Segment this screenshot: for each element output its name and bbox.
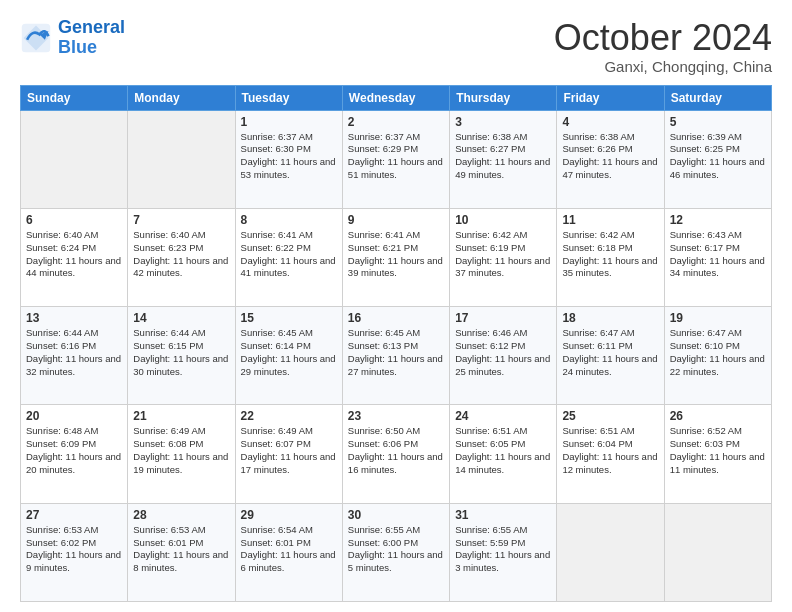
day-number: 26 xyxy=(670,409,766,423)
calendar-cell xyxy=(664,503,771,601)
calendar-cell: 25Sunrise: 6:51 AM Sunset: 6:04 PM Dayli… xyxy=(557,405,664,503)
month-title: October 2024 xyxy=(554,18,772,58)
day-number: 12 xyxy=(670,213,766,227)
cell-info: Sunrise: 6:48 AM Sunset: 6:09 PM Dayligh… xyxy=(26,425,122,476)
calendar-cell xyxy=(557,503,664,601)
cell-info: Sunrise: 6:53 AM Sunset: 6:02 PM Dayligh… xyxy=(26,524,122,575)
calendar-cell: 2Sunrise: 6:37 AM Sunset: 6:29 PM Daylig… xyxy=(342,110,449,208)
calendar-cell: 20Sunrise: 6:48 AM Sunset: 6:09 PM Dayli… xyxy=(21,405,128,503)
page: General Blue October 2024 Ganxi, Chongqi… xyxy=(0,0,792,612)
day-number: 30 xyxy=(348,508,444,522)
cell-info: Sunrise: 6:49 AM Sunset: 6:08 PM Dayligh… xyxy=(133,425,229,476)
day-number: 19 xyxy=(670,311,766,325)
day-number: 28 xyxy=(133,508,229,522)
calendar-cell: 23Sunrise: 6:50 AM Sunset: 6:06 PM Dayli… xyxy=(342,405,449,503)
day-number: 13 xyxy=(26,311,122,325)
calendar-week-4: 20Sunrise: 6:48 AM Sunset: 6:09 PM Dayli… xyxy=(21,405,772,503)
calendar-cell: 12Sunrise: 6:43 AM Sunset: 6:17 PM Dayli… xyxy=(664,208,771,306)
calendar-body: 1Sunrise: 6:37 AM Sunset: 6:30 PM Daylig… xyxy=(21,110,772,601)
cell-info: Sunrise: 6:51 AM Sunset: 6:05 PM Dayligh… xyxy=(455,425,551,476)
day-number: 7 xyxy=(133,213,229,227)
calendar-cell: 11Sunrise: 6:42 AM Sunset: 6:18 PM Dayli… xyxy=(557,208,664,306)
day-number: 6 xyxy=(26,213,122,227)
calendar-cell: 10Sunrise: 6:42 AM Sunset: 6:19 PM Dayli… xyxy=(450,208,557,306)
calendar-cell: 31Sunrise: 6:55 AM Sunset: 5:59 PM Dayli… xyxy=(450,503,557,601)
location: Ganxi, Chongqing, China xyxy=(554,58,772,75)
day-number: 22 xyxy=(241,409,337,423)
cell-info: Sunrise: 6:44 AM Sunset: 6:15 PM Dayligh… xyxy=(133,327,229,378)
calendar-cell: 1Sunrise: 6:37 AM Sunset: 6:30 PM Daylig… xyxy=(235,110,342,208)
calendar-cell: 17Sunrise: 6:46 AM Sunset: 6:12 PM Dayli… xyxy=(450,307,557,405)
day-number: 27 xyxy=(26,508,122,522)
calendar-cell: 18Sunrise: 6:47 AM Sunset: 6:11 PM Dayli… xyxy=(557,307,664,405)
day-number: 9 xyxy=(348,213,444,227)
logo: General Blue xyxy=(20,18,125,58)
cell-info: Sunrise: 6:47 AM Sunset: 6:10 PM Dayligh… xyxy=(670,327,766,378)
logo-icon xyxy=(20,22,52,54)
calendar-cell: 8Sunrise: 6:41 AM Sunset: 6:22 PM Daylig… xyxy=(235,208,342,306)
day-number: 16 xyxy=(348,311,444,325)
cell-info: Sunrise: 6:44 AM Sunset: 6:16 PM Dayligh… xyxy=(26,327,122,378)
calendar-cell: 21Sunrise: 6:49 AM Sunset: 6:08 PM Dayli… xyxy=(128,405,235,503)
weekday-header-thursday: Thursday xyxy=(450,85,557,110)
cell-info: Sunrise: 6:46 AM Sunset: 6:12 PM Dayligh… xyxy=(455,327,551,378)
day-number: 2 xyxy=(348,115,444,129)
logo-text: General Blue xyxy=(58,18,125,58)
day-number: 10 xyxy=(455,213,551,227)
cell-info: Sunrise: 6:42 AM Sunset: 6:19 PM Dayligh… xyxy=(455,229,551,280)
calendar-table: SundayMondayTuesdayWednesdayThursdayFrid… xyxy=(20,85,772,602)
calendar-cell: 16Sunrise: 6:45 AM Sunset: 6:13 PM Dayli… xyxy=(342,307,449,405)
day-number: 5 xyxy=(670,115,766,129)
cell-info: Sunrise: 6:49 AM Sunset: 6:07 PM Dayligh… xyxy=(241,425,337,476)
calendar-cell: 19Sunrise: 6:47 AM Sunset: 6:10 PM Dayli… xyxy=(664,307,771,405)
calendar-week-5: 27Sunrise: 6:53 AM Sunset: 6:02 PM Dayli… xyxy=(21,503,772,601)
calendar-cell: 14Sunrise: 6:44 AM Sunset: 6:15 PM Dayli… xyxy=(128,307,235,405)
weekday-header-sunday: Sunday xyxy=(21,85,128,110)
cell-info: Sunrise: 6:43 AM Sunset: 6:17 PM Dayligh… xyxy=(670,229,766,280)
weekday-header-wednesday: Wednesday xyxy=(342,85,449,110)
cell-info: Sunrise: 6:37 AM Sunset: 6:29 PM Dayligh… xyxy=(348,131,444,182)
cell-info: Sunrise: 6:38 AM Sunset: 6:26 PM Dayligh… xyxy=(562,131,658,182)
cell-info: Sunrise: 6:47 AM Sunset: 6:11 PM Dayligh… xyxy=(562,327,658,378)
day-number: 1 xyxy=(241,115,337,129)
day-number: 31 xyxy=(455,508,551,522)
cell-info: Sunrise: 6:41 AM Sunset: 6:22 PM Dayligh… xyxy=(241,229,337,280)
header: General Blue October 2024 Ganxi, Chongqi… xyxy=(20,18,772,75)
calendar-cell: 3Sunrise: 6:38 AM Sunset: 6:27 PM Daylig… xyxy=(450,110,557,208)
cell-info: Sunrise: 6:52 AM Sunset: 6:03 PM Dayligh… xyxy=(670,425,766,476)
calendar-cell: 4Sunrise: 6:38 AM Sunset: 6:26 PM Daylig… xyxy=(557,110,664,208)
calendar-cell: 22Sunrise: 6:49 AM Sunset: 6:07 PM Dayli… xyxy=(235,405,342,503)
cell-info: Sunrise: 6:37 AM Sunset: 6:30 PM Dayligh… xyxy=(241,131,337,182)
calendar-cell: 29Sunrise: 6:54 AM Sunset: 6:01 PM Dayli… xyxy=(235,503,342,601)
cell-info: Sunrise: 6:55 AM Sunset: 6:00 PM Dayligh… xyxy=(348,524,444,575)
cell-info: Sunrise: 6:38 AM Sunset: 6:27 PM Dayligh… xyxy=(455,131,551,182)
calendar-cell xyxy=(128,110,235,208)
cell-info: Sunrise: 6:53 AM Sunset: 6:01 PM Dayligh… xyxy=(133,524,229,575)
cell-info: Sunrise: 6:55 AM Sunset: 5:59 PM Dayligh… xyxy=(455,524,551,575)
cell-info: Sunrise: 6:45 AM Sunset: 6:13 PM Dayligh… xyxy=(348,327,444,378)
day-number: 4 xyxy=(562,115,658,129)
calendar-cell: 24Sunrise: 6:51 AM Sunset: 6:05 PM Dayli… xyxy=(450,405,557,503)
calendar-cell: 15Sunrise: 6:45 AM Sunset: 6:14 PM Dayli… xyxy=(235,307,342,405)
calendar-cell: 30Sunrise: 6:55 AM Sunset: 6:00 PM Dayli… xyxy=(342,503,449,601)
day-number: 24 xyxy=(455,409,551,423)
weekday-header-row: SundayMondayTuesdayWednesdayThursdayFrid… xyxy=(21,85,772,110)
calendar-cell: 9Sunrise: 6:41 AM Sunset: 6:21 PM Daylig… xyxy=(342,208,449,306)
day-number: 25 xyxy=(562,409,658,423)
day-number: 8 xyxy=(241,213,337,227)
weekday-header-saturday: Saturday xyxy=(664,85,771,110)
day-number: 21 xyxy=(133,409,229,423)
day-number: 29 xyxy=(241,508,337,522)
calendar-cell: 27Sunrise: 6:53 AM Sunset: 6:02 PM Dayli… xyxy=(21,503,128,601)
day-number: 20 xyxy=(26,409,122,423)
day-number: 14 xyxy=(133,311,229,325)
cell-info: Sunrise: 6:45 AM Sunset: 6:14 PM Dayligh… xyxy=(241,327,337,378)
calendar-cell: 5Sunrise: 6:39 AM Sunset: 6:25 PM Daylig… xyxy=(664,110,771,208)
cell-info: Sunrise: 6:40 AM Sunset: 6:24 PM Dayligh… xyxy=(26,229,122,280)
calendar-week-2: 6Sunrise: 6:40 AM Sunset: 6:24 PM Daylig… xyxy=(21,208,772,306)
day-number: 18 xyxy=(562,311,658,325)
day-number: 23 xyxy=(348,409,444,423)
cell-info: Sunrise: 6:41 AM Sunset: 6:21 PM Dayligh… xyxy=(348,229,444,280)
day-number: 17 xyxy=(455,311,551,325)
calendar-cell: 6Sunrise: 6:40 AM Sunset: 6:24 PM Daylig… xyxy=(21,208,128,306)
